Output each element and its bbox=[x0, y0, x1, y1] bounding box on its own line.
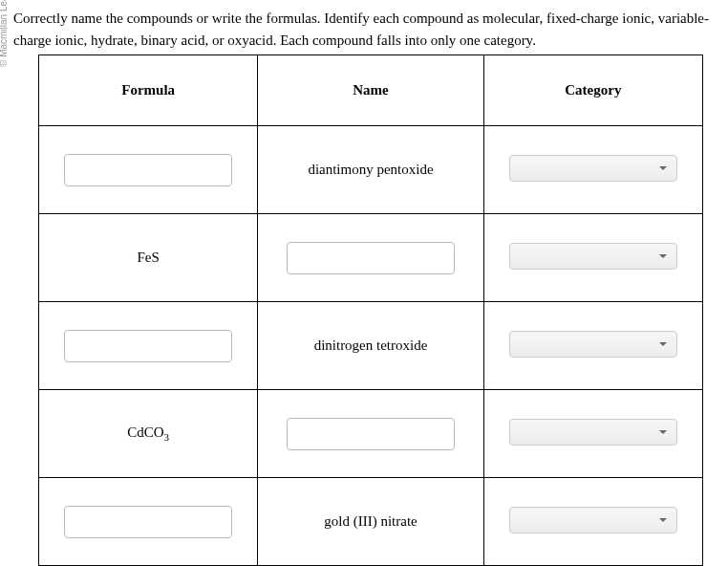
formula-cell bbox=[39, 126, 258, 214]
category-select[interactable] bbox=[509, 507, 677, 533]
category-select[interactable] bbox=[509, 243, 677, 270]
name-cell: gold (III) nitrate bbox=[258, 478, 483, 566]
table-row: dinitrogen tetroxide bbox=[39, 302, 703, 390]
category-cell bbox=[483, 478, 702, 566]
question-instructions: Correctly name the compounds or write th… bbox=[0, 0, 728, 54]
table-row: gold (III) nitrate bbox=[39, 478, 703, 566]
formula-input[interactable] bbox=[64, 330, 232, 362]
name-cell bbox=[258, 390, 483, 478]
category-cell bbox=[483, 214, 702, 302]
name-input[interactable] bbox=[287, 418, 455, 450]
name-cell: dinitrogen tetroxide bbox=[258, 302, 483, 390]
header-formula: Formula bbox=[39, 55, 258, 126]
compound-name-text: dinitrogen tetroxide bbox=[314, 337, 428, 353]
name-cell bbox=[258, 214, 483, 302]
formula-cell bbox=[39, 478, 258, 566]
category-select[interactable] bbox=[509, 419, 677, 446]
name-input[interactable] bbox=[287, 242, 455, 274]
compound-formula-text: CdCO3 bbox=[127, 424, 169, 440]
compound-name-text: gold (III) nitrate bbox=[324, 513, 417, 529]
formula-cell bbox=[39, 302, 258, 390]
category-cell bbox=[483, 126, 702, 214]
category-cell bbox=[483, 302, 702, 390]
formula-input[interactable] bbox=[64, 506, 232, 538]
formula-cell: CdCO3 bbox=[39, 390, 258, 478]
formula-input[interactable] bbox=[64, 154, 232, 186]
category-select[interactable] bbox=[509, 331, 677, 358]
formula-cell: FeS bbox=[39, 214, 258, 302]
header-category: Category bbox=[483, 55, 702, 126]
compound-formula-text: FeS bbox=[138, 250, 160, 265]
table-row: FeS bbox=[39, 214, 703, 302]
table-row: diantimony pentoxide bbox=[39, 126, 703, 214]
compound-name-text: diantimony pentoxide bbox=[308, 162, 433, 177]
header-name: Name bbox=[258, 55, 483, 126]
category-select[interactable] bbox=[509, 155, 677, 182]
copyright-watermark: © Macmillan Learning bbox=[0, 0, 9, 67]
compound-table: Formula Name Category diantimony pentoxi… bbox=[38, 54, 703, 566]
category-cell bbox=[483, 390, 702, 478]
name-cell: diantimony pentoxide bbox=[258, 126, 483, 214]
table-row: CdCO3 bbox=[39, 390, 703, 478]
